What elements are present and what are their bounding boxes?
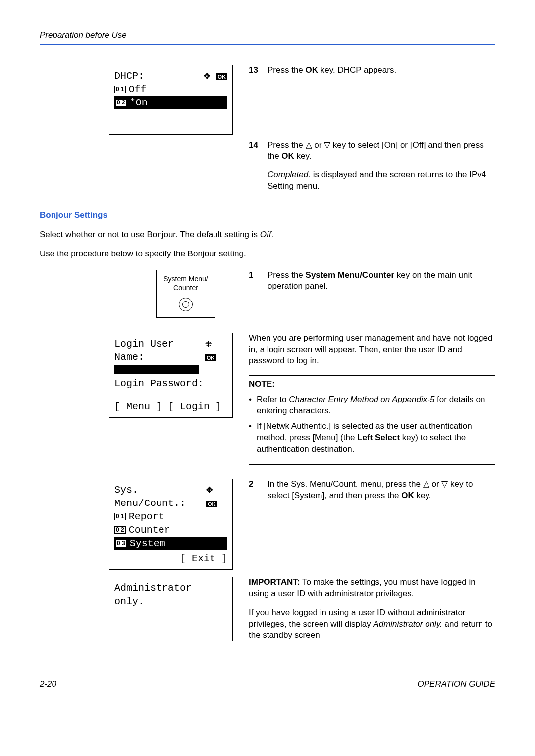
ok-icon: OK [216, 73, 228, 80]
admin-followup: If you have logged in using a user ID wi… [249, 607, 495, 642]
login-description: When you are performing user management … [249, 333, 495, 367]
up-triangle-icon: △ [423, 479, 429, 489]
sysmenu-system-selected: 0 3 System [114, 537, 227, 550]
down-triangle-icon: ▽ [441, 479, 448, 489]
step-2: 2 In the Sys. Menu/Count. menu, press th… [249, 479, 495, 502]
down-triangle-icon: ▽ [324, 140, 330, 150]
nav-icon: ✥ [204, 72, 210, 80]
page-number: 2-20 [40, 679, 56, 690]
bonjour-intro-1: Select whether or not to use Bonjour. Th… [40, 229, 495, 241]
note-bullet-1: Refer to Character Entry Method on Appen… [249, 394, 495, 417]
step-1: 1 Press the System Menu/Counter key on t… [249, 270, 495, 293]
sysmenu-report: 0 1 Report [114, 510, 227, 523]
circle-button-icon [179, 298, 193, 311]
lcd-dhcp: DHCP: ✥ OK 0 1 Off 0 2 *On [109, 65, 233, 135]
lcd-admin-only: Administrator only. [109, 577, 233, 641]
up-triangle-icon: △ [306, 140, 312, 150]
ok-icon: OK [206, 501, 217, 507]
page-header: Preparation before Use [40, 30, 495, 45]
login-password-label: Login Password: [114, 377, 227, 390]
note-heading: NOTE: [249, 375, 495, 390]
ok-icon: OK [205, 354, 216, 361]
step-13: 13 Press the OK key. DHCP appears. [249, 65, 495, 76]
login-softkeys: [ Menu ] [ Login ] [114, 400, 227, 413]
dhcp-option-off: 0 1 Off [114, 83, 227, 96]
lcd-sysmenu: Sys. Menu/Count.: ✥ OK 0 1 Report 0 2 Co… [109, 479, 233, 570]
important-note: IMPORTANT: To make the settings, you mus… [249, 577, 495, 600]
system-menu-counter-button: System Menu/ Counter [156, 270, 215, 318]
sysmenu-counter: 0 2 Counter [114, 523, 227, 537]
nav-icon: ⁜ [205, 340, 212, 348]
sysmenu-exit: [ Exit ] [114, 552, 227, 565]
step-14: 14 Press the △ or ▽ key to select [On] o… [249, 140, 495, 192]
nav-icon: ✥ [206, 486, 213, 494]
login-username-input [114, 365, 199, 374]
lcd-login: Login User Name: ⁜ OK Login Password: [ … [109, 333, 233, 418]
footer-title: OPERATION GUIDE [418, 679, 495, 690]
note-body: Refer to Character Entry Method on Appen… [249, 394, 495, 465]
note-bullet-2: If [Netwk Authentic.] is selected as the… [249, 421, 495, 455]
dhcp-option-on-selected: 0 2 *On [114, 96, 227, 109]
bonjour-heading: Bonjour Settings [40, 210, 495, 221]
lcd-dhcp-title: DHCP: [114, 69, 144, 83]
page-footer: 2-20 OPERATION GUIDE [40, 679, 495, 690]
bonjour-intro-2: Use the procedure below to specify the B… [40, 249, 495, 260]
